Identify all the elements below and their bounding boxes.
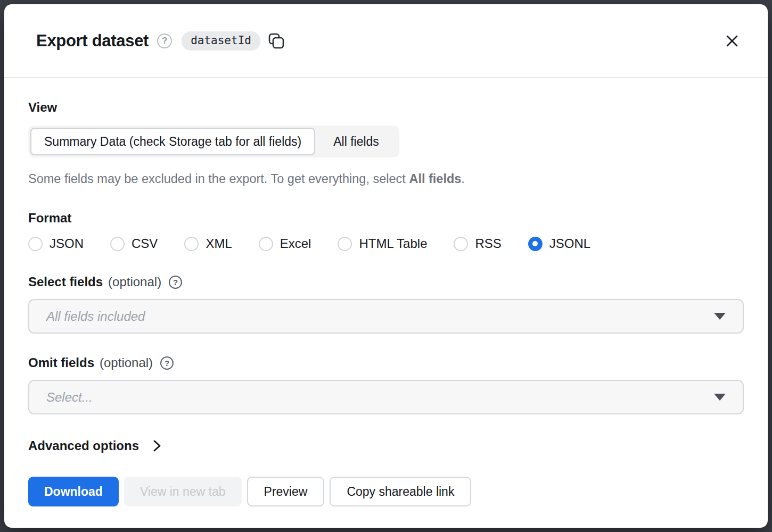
format-radio-csv[interactable]: CSV — [110, 236, 158, 251]
modal-header: Export dataset ? datasetId — [4, 4, 768, 78]
help-icon[interactable]: ? — [157, 34, 172, 48]
helper-suffix: . — [461, 172, 465, 186]
preview-button[interactable]: Preview — [247, 477, 325, 506]
view-label: View — [28, 100, 744, 115]
dataset-id-badge: datasetId — [182, 31, 260, 51]
radio-icon — [28, 237, 43, 251]
radio-icon — [454, 237, 468, 251]
omit-fields-label-row: Omit fields (optional) ? — [28, 355, 744, 370]
omit-fields-optional: (optional) — [100, 355, 153, 370]
view-helper-text: Some fields may be excluded in the expor… — [28, 172, 744, 186]
select-fields-dropdown[interactable]: All fields included — [28, 299, 744, 334]
chevron-right-icon — [150, 439, 163, 453]
view-in-new-tab-button[interactable]: View in new tab — [124, 477, 242, 506]
action-buttons-row: Download View in new tab Preview Copy sh… — [28, 477, 744, 506]
omit-fields-placeholder: Select... — [46, 390, 93, 405]
format-label: Format — [28, 211, 744, 226]
format-radio-rss[interactable]: RSS — [454, 236, 501, 251]
select-fields-label-row: Select fields (optional) ? — [28, 275, 744, 289]
view-option-all-fields[interactable]: All fields — [315, 128, 397, 155]
format-radio-group: JSON CSV XML Excel HTML Table RSS — [28, 236, 744, 251]
radio-icon — [259, 237, 273, 251]
omit-fields-label: Omit fields — [28, 355, 94, 370]
format-radio-json[interactable]: JSON — [28, 236, 84, 251]
download-button[interactable]: Download — [28, 477, 119, 506]
export-dataset-modal: Export dataset ? datasetId View Summary … — [4, 4, 768, 528]
advanced-options-toggle[interactable]: Advanced options — [28, 438, 163, 453]
modal-title: Export dataset — [36, 31, 149, 51]
radio-icon — [110, 237, 125, 251]
radio-label: JSON — [50, 236, 84, 251]
radio-label: HTML Table — [359, 236, 427, 251]
radio-icon — [184, 237, 199, 251]
radio-label: XML — [206, 236, 232, 251]
advanced-options-label: Advanced options — [28, 438, 139, 453]
help-icon[interactable]: ? — [169, 276, 182, 289]
copy-icon — [267, 31, 286, 51]
radio-label: RSS — [475, 236, 501, 251]
modal-content: View Summary Data (check Storage tab for… — [4, 78, 768, 506]
format-radio-html-table[interactable]: HTML Table — [338, 236, 427, 251]
close-button[interactable] — [724, 33, 740, 49]
omit-fields-dropdown[interactable]: Select... — [28, 380, 744, 414]
select-fields-placeholder: All fields included — [46, 309, 145, 324]
radio-icon — [338, 237, 352, 251]
format-radio-excel[interactable]: Excel — [259, 236, 311, 251]
view-segmented-control: Summary Data (check Storage tab for all … — [28, 126, 399, 157]
radio-label: CSV — [132, 236, 158, 251]
chevron-down-icon — [714, 394, 726, 401]
format-radio-jsonl[interactable]: JSONL — [528, 236, 590, 251]
select-fields-label: Select fields — [28, 275, 103, 289]
copy-dataset-id-button[interactable] — [267, 31, 286, 51]
chevron-down-icon — [714, 313, 726, 320]
select-fields-optional: (optional) — [108, 275, 161, 289]
view-option-summary-data[interactable]: Summary Data (check Storage tab for all … — [30, 128, 315, 155]
helper-prefix: Some fields may be excluded in the expor… — [28, 172, 409, 186]
copy-shareable-link-button[interactable]: Copy shareable link — [330, 477, 471, 506]
radio-icon — [528, 237, 543, 251]
close-icon — [724, 33, 740, 49]
help-icon[interactable]: ? — [160, 356, 174, 370]
helper-emphasis: All fields — [409, 172, 461, 186]
format-radio-xml[interactable]: XML — [184, 236, 232, 251]
radio-label: Excel — [280, 236, 311, 251]
radio-label: JSONL — [549, 236, 590, 251]
